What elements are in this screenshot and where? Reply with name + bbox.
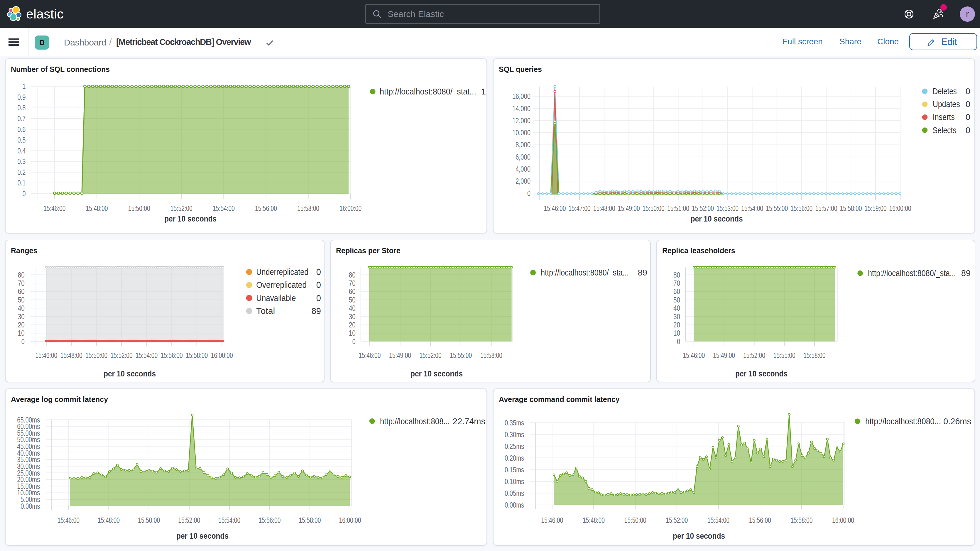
svg-text:per 10 seconds: per 10 seconds: [691, 214, 743, 223]
svg-text:0.5: 0.5: [18, 136, 26, 144]
svg-text:0.26ms: 0.26ms: [943, 417, 971, 426]
svg-text:15:58:00: 15:58:00: [840, 204, 862, 212]
svg-text:15:56:00: 15:56:00: [749, 516, 771, 524]
svg-text:15:46:00: 15:46:00: [544, 204, 566, 212]
svg-text:15:52:00: 15:52:00: [692, 204, 714, 212]
svg-text:15:54:00: 15:54:00: [213, 204, 235, 212]
svg-text:0.4: 0.4: [18, 147, 26, 155]
svg-text:10: 10: [18, 329, 25, 337]
svg-text:15:58:00: 15:58:00: [803, 351, 826, 360]
svg-text:15:46:00: 15:46:00: [57, 516, 80, 524]
svg-text:0.20ms: 0.20ms: [505, 454, 524, 462]
svg-text:80: 80: [349, 271, 356, 279]
svg-text:0.1: 0.1: [18, 179, 26, 187]
svg-text:15:49:00: 15:49:00: [618, 204, 640, 212]
svg-text:0: 0: [527, 189, 530, 197]
svg-text:16:00:00: 16:00:00: [339, 516, 361, 524]
svg-text:16:00:00: 16:00:00: [339, 204, 361, 212]
svg-text:50: 50: [349, 296, 356, 304]
svg-text:40: 40: [673, 304, 680, 312]
svg-text:60: 60: [349, 287, 356, 295]
svg-text:16:00:00: 16:00:00: [211, 351, 233, 360]
svg-text:per 10 seconds: per 10 seconds: [177, 531, 229, 540]
svg-text:15:52:00: 15:52:00: [420, 351, 442, 360]
svg-text:Number of SQL connections: Number of SQL connections: [11, 65, 110, 73]
svg-text:Replicas per Store: Replicas per Store: [336, 247, 401, 255]
svg-text:15:52:00: 15:52:00: [111, 351, 133, 360]
svg-text:0: 0: [677, 338, 680, 346]
svg-text:Ranges: Ranges: [11, 247, 37, 255]
svg-text:0: 0: [22, 190, 26, 198]
svg-text:15:48:00: 15:48:00: [60, 351, 83, 360]
svg-text:15:49:00: 15:49:00: [389, 351, 411, 360]
svg-text:15:52:00: 15:52:00: [178, 516, 200, 524]
svg-text:22.74ms: 22.74ms: [453, 417, 485, 426]
svg-text:15:53:00: 15:53:00: [716, 204, 738, 212]
svg-text:15:55:00: 15:55:00: [773, 351, 795, 360]
svg-text:15:47:00: 15:47:00: [569, 204, 591, 212]
svg-text:40: 40: [349, 304, 356, 312]
svg-text:Average log commit latency: Average log commit latency: [11, 395, 108, 403]
svg-text:70: 70: [673, 279, 680, 287]
svg-text:15:57:00: 15:57:00: [815, 204, 837, 212]
svg-text:Updates: Updates: [933, 99, 960, 109]
svg-text:15:46:00: 15:46:00: [44, 204, 66, 212]
svg-text:89: 89: [961, 268, 970, 278]
svg-text:15:56:00: 15:56:00: [161, 351, 183, 360]
svg-text:Unavailable: Unavailable: [256, 293, 296, 303]
svg-text:15:54:00: 15:54:00: [708, 516, 729, 524]
svg-text:10,000: 10,000: [512, 129, 530, 137]
svg-text:0.00ms: 0.00ms: [505, 501, 524, 509]
svg-text:15:55:00: 15:55:00: [450, 351, 472, 360]
svg-text:15:59:00: 15:59:00: [865, 204, 887, 212]
svg-text:20: 20: [18, 321, 25, 329]
svg-text:0: 0: [316, 267, 321, 277]
svg-text:Replica leaseholders: Replica leaseholders: [662, 247, 735, 255]
svg-text:1: 1: [22, 82, 26, 90]
svg-text:12,000: 12,000: [512, 116, 530, 125]
svg-text:15:56:00: 15:56:00: [791, 204, 813, 212]
svg-text:15:58:00: 15:58:00: [297, 204, 319, 212]
svg-text:0.05ms: 0.05ms: [505, 489, 524, 497]
svg-text:30: 30: [349, 312, 356, 321]
svg-text:15:51:00: 15:51:00: [667, 204, 689, 212]
svg-text:0: 0: [966, 126, 970, 135]
svg-text:15:48:00: 15:48:00: [98, 516, 120, 524]
svg-text:15:58:00: 15:58:00: [480, 351, 502, 360]
svg-text:6,000: 6,000: [515, 153, 530, 161]
svg-text:10: 10: [673, 329, 680, 337]
svg-text:0: 0: [21, 338, 25, 346]
svg-text:Inserts: Inserts: [933, 112, 955, 122]
svg-text:15:50:00: 15:50:00: [138, 516, 160, 524]
svg-text:15:50:00: 15:50:00: [643, 204, 665, 212]
svg-text:0: 0: [966, 99, 970, 109]
svg-text:Underreplicated: Underreplicated: [256, 267, 309, 277]
svg-text:15:49:00: 15:49:00: [713, 351, 735, 360]
svg-text:15:58:00: 15:58:00: [299, 516, 321, 524]
svg-text:15:52:00: 15:52:00: [170, 204, 192, 212]
svg-text:0.10ms: 0.10ms: [505, 477, 524, 486]
svg-text:8,000: 8,000: [515, 140, 530, 149]
svg-text:Average command commit latency: Average command commit latency: [499, 395, 620, 403]
svg-text:89: 89: [638, 268, 647, 277]
svg-text:0: 0: [316, 293, 321, 303]
svg-text:15:50:00: 15:50:00: [85, 351, 107, 360]
svg-text:60: 60: [673, 287, 680, 295]
svg-text:0.7: 0.7: [18, 115, 26, 123]
svg-text:15:58:00: 15:58:00: [186, 351, 208, 360]
svg-text:0: 0: [352, 338, 356, 346]
svg-text:15:46:00: 15:46:00: [541, 516, 563, 524]
svg-text:0.25ms: 0.25ms: [505, 442, 524, 451]
svg-text:0.30ms: 0.30ms: [505, 430, 524, 439]
svg-text:0: 0: [316, 280, 321, 290]
svg-text:0.35ms: 0.35ms: [505, 419, 524, 427]
svg-text:50: 50: [673, 296, 680, 304]
svg-text:30: 30: [18, 312, 25, 321]
svg-text:15:48:00: 15:48:00: [583, 516, 605, 524]
svg-text:http://localhost:8080/_sta...: http://localhost:8080/_sta...: [541, 268, 629, 277]
svg-text:Deletes: Deletes: [933, 86, 957, 96]
svg-text:15:56:00: 15:56:00: [255, 204, 277, 212]
svg-text:Overreplicated: Overreplicated: [256, 280, 307, 290]
svg-text:14,000: 14,000: [512, 104, 530, 113]
svg-text:2,000: 2,000: [515, 177, 530, 185]
